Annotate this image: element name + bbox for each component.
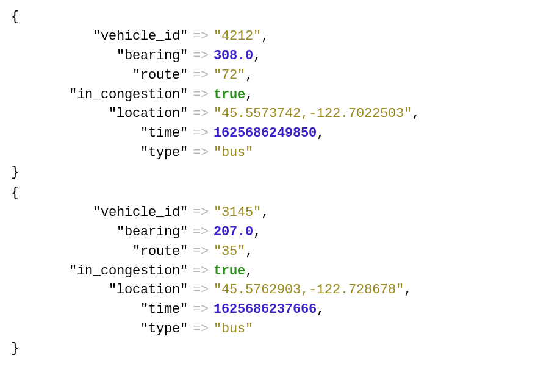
open-brace: { [11,184,538,203]
json-value: "3145" [214,203,261,223]
json-field-row: "location"=>"45.5762903,-122.728678", [11,280,538,300]
json-field-row: "type"=>"bus" [11,319,538,339]
json-value: "45.5573742,-122.7022503" [214,104,412,124]
json-value: true [214,85,245,105]
json-value: "72" [214,66,245,85]
arrow: => [188,300,214,319]
json-value: "35" [214,242,245,262]
arrow: => [188,124,214,143]
comma: , [261,27,269,46]
json-key: "route" [11,66,188,85]
open-brace: { [11,7,538,27]
json-key: "bearing" [11,223,188,242]
json-object: {"vehicle_id"=>"3145","bearing"=>207.0,"… [11,184,538,358]
json-key: "in_congestion" [11,262,188,281]
close-brace: } [11,163,538,182]
json-field-row: "time"=>1625686237666, [11,300,538,319]
json-field-row: "time"=>1625686249850, [11,124,538,143]
json-value: 1625686237666 [214,300,317,319]
json-field-row: "bearing"=>308.0, [11,46,538,66]
json-value: "4212" [214,27,261,46]
comma: , [404,280,412,300]
arrow: => [188,280,214,300]
comma: , [245,262,253,281]
arrow: => [188,203,214,223]
json-field-row: "type"=>"bus" [11,143,538,163]
comma: , [317,300,325,319]
json-value: "bus" [214,143,253,163]
json-key: "in_congestion" [11,85,188,105]
json-value: true [214,262,245,281]
json-object: {"vehicle_id"=>"4212","bearing"=>308.0,"… [11,7,538,182]
comma: , [253,46,261,66]
json-field-row: "route"=>"72", [11,66,538,85]
json-key: "bearing" [11,46,188,66]
json-key: "vehicle_id" [11,203,188,223]
arrow: => [188,46,214,66]
close-brace: } [11,339,538,358]
arrow: => [188,143,214,163]
comma: , [245,242,253,262]
arrow: => [188,85,214,105]
json-value: 207.0 [214,223,253,242]
arrow: => [188,319,214,339]
json-field-row: "route"=>"35", [11,242,538,262]
json-value: "bus" [214,319,253,339]
json-key: "time" [11,300,188,319]
arrow: => [188,27,214,46]
json-key: "route" [11,242,188,262]
arrow: => [188,104,214,124]
json-value: 308.0 [214,46,253,66]
json-value: "45.5762903,-122.728678" [214,280,404,300]
json-key: "time" [11,124,188,143]
arrow: => [188,223,214,242]
json-output: {"vehicle_id"=>"4212","bearing"=>308.0,"… [11,7,538,358]
json-key: "location" [11,280,188,300]
arrow: => [188,262,214,281]
arrow: => [188,242,214,262]
comma: , [412,104,420,124]
json-field-row: "in_congestion"=>true, [11,85,538,105]
json-field-row: "location"=>"45.5573742,-122.7022503", [11,104,538,124]
comma: , [253,223,261,242]
json-key: "location" [11,104,188,124]
comma: , [317,124,325,143]
json-value: 1625686249850 [214,124,317,143]
comma: , [245,85,253,105]
comma: , [261,203,269,223]
comma: , [245,66,253,85]
json-field-row: "vehicle_id"=>"4212", [11,27,538,46]
json-key: "type" [11,143,188,163]
json-field-row: "vehicle_id"=>"3145", [11,203,538,223]
arrow: => [188,66,214,85]
json-field-row: "in_congestion"=>true, [11,262,538,281]
json-key: "vehicle_id" [11,27,188,46]
json-key: "type" [11,319,188,339]
json-field-row: "bearing"=>207.0, [11,223,538,242]
